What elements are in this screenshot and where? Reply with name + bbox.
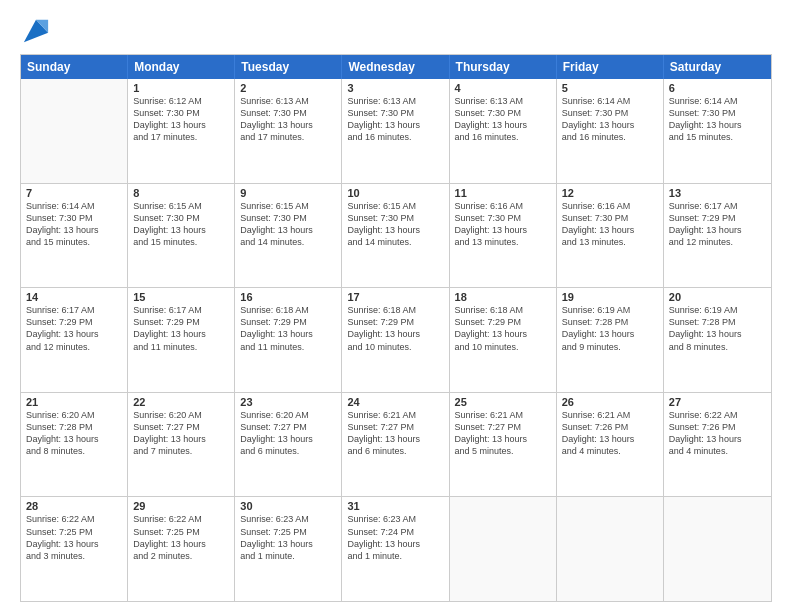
day-number: 9 — [240, 187, 336, 199]
day-number: 4 — [455, 82, 551, 94]
day-number: 6 — [669, 82, 766, 94]
day-info: Sunrise: 6:17 AMSunset: 7:29 PMDaylight:… — [133, 304, 229, 353]
header-day-thursday: Thursday — [450, 55, 557, 79]
header — [20, 16, 772, 44]
calendar-cell: 16Sunrise: 6:18 AMSunset: 7:29 PMDayligh… — [235, 288, 342, 392]
calendar-row-1: 7Sunrise: 6:14 AMSunset: 7:30 PMDaylight… — [21, 184, 771, 289]
day-number: 21 — [26, 396, 122, 408]
day-info: Sunrise: 6:14 AMSunset: 7:30 PMDaylight:… — [26, 200, 122, 249]
day-info: Sunrise: 6:14 AMSunset: 7:30 PMDaylight:… — [669, 95, 766, 144]
calendar-cell: 23Sunrise: 6:20 AMSunset: 7:27 PMDayligh… — [235, 393, 342, 497]
calendar-body: 1Sunrise: 6:12 AMSunset: 7:30 PMDaylight… — [21, 79, 771, 601]
calendar-cell: 24Sunrise: 6:21 AMSunset: 7:27 PMDayligh… — [342, 393, 449, 497]
day-number: 15 — [133, 291, 229, 303]
day-number: 2 — [240, 82, 336, 94]
day-number: 29 — [133, 500, 229, 512]
day-info: Sunrise: 6:16 AMSunset: 7:30 PMDaylight:… — [455, 200, 551, 249]
calendar-cell: 8Sunrise: 6:15 AMSunset: 7:30 PMDaylight… — [128, 184, 235, 288]
calendar-cell: 1Sunrise: 6:12 AMSunset: 7:30 PMDaylight… — [128, 79, 235, 183]
day-info: Sunrise: 6:15 AMSunset: 7:30 PMDaylight:… — [347, 200, 443, 249]
day-info: Sunrise: 6:20 AMSunset: 7:28 PMDaylight:… — [26, 409, 122, 458]
day-info: Sunrise: 6:21 AMSunset: 7:27 PMDaylight:… — [347, 409, 443, 458]
day-number: 28 — [26, 500, 122, 512]
day-info: Sunrise: 6:23 AMSunset: 7:25 PMDaylight:… — [240, 513, 336, 562]
day-number: 7 — [26, 187, 122, 199]
calendar-cell — [664, 497, 771, 601]
calendar-cell: 25Sunrise: 6:21 AMSunset: 7:27 PMDayligh… — [450, 393, 557, 497]
calendar-cell: 17Sunrise: 6:18 AMSunset: 7:29 PMDayligh… — [342, 288, 449, 392]
day-number: 17 — [347, 291, 443, 303]
day-number: 24 — [347, 396, 443, 408]
calendar-cell: 28Sunrise: 6:22 AMSunset: 7:25 PMDayligh… — [21, 497, 128, 601]
calendar-cell: 7Sunrise: 6:14 AMSunset: 7:30 PMDaylight… — [21, 184, 128, 288]
calendar-cell: 26Sunrise: 6:21 AMSunset: 7:26 PMDayligh… — [557, 393, 664, 497]
day-info: Sunrise: 6:22 AMSunset: 7:26 PMDaylight:… — [669, 409, 766, 458]
day-info: Sunrise: 6:19 AMSunset: 7:28 PMDaylight:… — [669, 304, 766, 353]
day-info: Sunrise: 6:21 AMSunset: 7:27 PMDaylight:… — [455, 409, 551, 458]
day-number: 20 — [669, 291, 766, 303]
header-day-wednesday: Wednesday — [342, 55, 449, 79]
day-number: 26 — [562, 396, 658, 408]
day-number: 3 — [347, 82, 443, 94]
day-info: Sunrise: 6:20 AMSunset: 7:27 PMDaylight:… — [240, 409, 336, 458]
calendar-cell: 22Sunrise: 6:20 AMSunset: 7:27 PMDayligh… — [128, 393, 235, 497]
calendar-cell: 14Sunrise: 6:17 AMSunset: 7:29 PMDayligh… — [21, 288, 128, 392]
day-info: Sunrise: 6:16 AMSunset: 7:30 PMDaylight:… — [562, 200, 658, 249]
day-number: 11 — [455, 187, 551, 199]
day-info: Sunrise: 6:18 AMSunset: 7:29 PMDaylight:… — [240, 304, 336, 353]
calendar-cell: 12Sunrise: 6:16 AMSunset: 7:30 PMDayligh… — [557, 184, 664, 288]
calendar-cell — [557, 497, 664, 601]
day-number: 14 — [26, 291, 122, 303]
day-info: Sunrise: 6:22 AMSunset: 7:25 PMDaylight:… — [26, 513, 122, 562]
calendar-cell: 10Sunrise: 6:15 AMSunset: 7:30 PMDayligh… — [342, 184, 449, 288]
day-info: Sunrise: 6:13 AMSunset: 7:30 PMDaylight:… — [455, 95, 551, 144]
calendar-cell: 4Sunrise: 6:13 AMSunset: 7:30 PMDaylight… — [450, 79, 557, 183]
calendar-cell: 21Sunrise: 6:20 AMSunset: 7:28 PMDayligh… — [21, 393, 128, 497]
calendar-cell: 30Sunrise: 6:23 AMSunset: 7:25 PMDayligh… — [235, 497, 342, 601]
day-info: Sunrise: 6:21 AMSunset: 7:26 PMDaylight:… — [562, 409, 658, 458]
day-info: Sunrise: 6:18 AMSunset: 7:29 PMDaylight:… — [455, 304, 551, 353]
calendar-cell: 18Sunrise: 6:18 AMSunset: 7:29 PMDayligh… — [450, 288, 557, 392]
calendar-cell: 20Sunrise: 6:19 AMSunset: 7:28 PMDayligh… — [664, 288, 771, 392]
day-number: 23 — [240, 396, 336, 408]
day-info: Sunrise: 6:15 AMSunset: 7:30 PMDaylight:… — [240, 200, 336, 249]
calendar-cell: 6Sunrise: 6:14 AMSunset: 7:30 PMDaylight… — [664, 79, 771, 183]
day-info: Sunrise: 6:18 AMSunset: 7:29 PMDaylight:… — [347, 304, 443, 353]
day-number: 12 — [562, 187, 658, 199]
day-number: 1 — [133, 82, 229, 94]
day-info: Sunrise: 6:13 AMSunset: 7:30 PMDaylight:… — [240, 95, 336, 144]
day-number: 30 — [240, 500, 336, 512]
calendar-row-4: 28Sunrise: 6:22 AMSunset: 7:25 PMDayligh… — [21, 497, 771, 601]
day-number: 19 — [562, 291, 658, 303]
page: SundayMondayTuesdayWednesdayThursdayFrid… — [0, 0, 792, 612]
day-info: Sunrise: 6:12 AMSunset: 7:30 PMDaylight:… — [133, 95, 229, 144]
logo-icon — [22, 16, 50, 44]
day-number: 31 — [347, 500, 443, 512]
logo — [20, 16, 50, 44]
day-number: 13 — [669, 187, 766, 199]
calendar-cell: 11Sunrise: 6:16 AMSunset: 7:30 PMDayligh… — [450, 184, 557, 288]
day-number: 10 — [347, 187, 443, 199]
day-info: Sunrise: 6:19 AMSunset: 7:28 PMDaylight:… — [562, 304, 658, 353]
calendar-header: SundayMondayTuesdayWednesdayThursdayFrid… — [21, 55, 771, 79]
day-info: Sunrise: 6:20 AMSunset: 7:27 PMDaylight:… — [133, 409, 229, 458]
calendar-cell: 15Sunrise: 6:17 AMSunset: 7:29 PMDayligh… — [128, 288, 235, 392]
day-info: Sunrise: 6:22 AMSunset: 7:25 PMDaylight:… — [133, 513, 229, 562]
day-number: 5 — [562, 82, 658, 94]
calendar-cell: 31Sunrise: 6:23 AMSunset: 7:24 PMDayligh… — [342, 497, 449, 601]
day-number: 22 — [133, 396, 229, 408]
day-number: 8 — [133, 187, 229, 199]
calendar-cell: 19Sunrise: 6:19 AMSunset: 7:28 PMDayligh… — [557, 288, 664, 392]
day-info: Sunrise: 6:17 AMSunset: 7:29 PMDaylight:… — [669, 200, 766, 249]
day-info: Sunrise: 6:17 AMSunset: 7:29 PMDaylight:… — [26, 304, 122, 353]
header-day-tuesday: Tuesday — [235, 55, 342, 79]
header-day-monday: Monday — [128, 55, 235, 79]
calendar-cell: 29Sunrise: 6:22 AMSunset: 7:25 PMDayligh… — [128, 497, 235, 601]
header-day-saturday: Saturday — [664, 55, 771, 79]
calendar-cell: 13Sunrise: 6:17 AMSunset: 7:29 PMDayligh… — [664, 184, 771, 288]
header-day-friday: Friday — [557, 55, 664, 79]
day-number: 27 — [669, 396, 766, 408]
day-number: 18 — [455, 291, 551, 303]
calendar-cell: 9Sunrise: 6:15 AMSunset: 7:30 PMDaylight… — [235, 184, 342, 288]
day-number: 16 — [240, 291, 336, 303]
